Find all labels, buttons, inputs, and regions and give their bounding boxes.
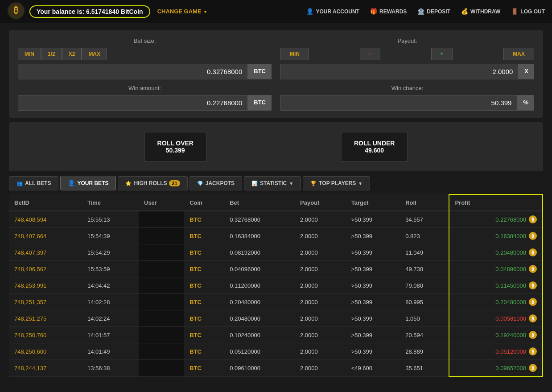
rewards-nav[interactable]: REWARDS (370, 8, 407, 15)
cell-payout: 2.0000 (295, 343, 346, 360)
cell-roll: 49.730 (400, 261, 449, 277)
tabs-row: ALL BETS YOUR BETS HIGH ROLLS 21 JACKPOT… (9, 176, 543, 190)
cell-payout: 2.0000 (295, 228, 346, 244)
table-row: 748,253,991 14:04:42 BTC 0.11200000 2.00… (9, 277, 543, 294)
roll-over-button[interactable]: ROLL OVER 50.399 (144, 132, 207, 162)
bank-icon (417, 8, 424, 15)
cell-bet: 0.20480000 (224, 310, 295, 327)
your-account-nav[interactable]: YOUR ACCOUNT (306, 8, 359, 15)
payout-min-button[interactable]: MIN (280, 48, 309, 60)
cell-betid[interactable]: 748,407,397 (9, 244, 82, 261)
tab-high-rolls[interactable]: HIGH ROLLS 21 (118, 176, 187, 190)
tab-jackpots[interactable]: JACKPOTS (189, 176, 242, 190)
cell-user (139, 261, 184, 277)
high-rolls-badge: 21 (169, 180, 180, 186)
cell-profit: 0.20480000 ₿ (449, 244, 543, 261)
cell-coin: BTC (184, 294, 224, 310)
balance-display: Your balance is: 6.51741840 BitCoin (29, 5, 150, 18)
payout-plus-button[interactable]: + (431, 48, 453, 60)
cell-target: >50.399 (346, 261, 400, 277)
cell-profit: -0.00581000 ₿ (449, 310, 543, 327)
cell-bet: 0.04096000 (224, 261, 295, 277)
tab-statistic[interactable]: STATISTIC (244, 176, 301, 190)
cell-payout: 2.0000 (295, 310, 346, 327)
cell-betid[interactable]: 748,253,991 (9, 277, 82, 294)
roll-under-button[interactable]: ROLL UNDER 49.600 (341, 132, 408, 162)
bet-min-button[interactable]: MIN (18, 48, 41, 60)
col-time: Time (82, 194, 139, 211)
win-chance-input[interactable] (280, 95, 517, 111)
header: ₿ Your balance is: 6.51741840 BitCoin CH… (0, 0, 552, 23)
tab-top-players[interactable]: TOP PLAYERS (303, 176, 370, 190)
payout-input[interactable] (280, 64, 519, 79)
payout-minus-button[interactable]: - (360, 48, 380, 60)
btc-coin-icon: ₿ (529, 364, 537, 372)
col-target: Target (346, 194, 400, 211)
cell-payout: 2.0000 (295, 294, 346, 310)
change-game-button[interactable]: CHANGE GAME (157, 8, 208, 15)
payout-col: Payout: MIN - + MAX X (280, 37, 534, 79)
bet-size-input-row: BTC (18, 64, 272, 79)
payout-input-row: X (280, 64, 534, 79)
cell-betid[interactable]: 748,251,357 (9, 294, 82, 310)
cell-time: 15:55:13 (82, 211, 139, 228)
table-row: 748,408,594 15:55:13 BTC 0.32768000 2.00… (9, 211, 543, 228)
cell-coin: BTC (184, 277, 224, 294)
cell-betid[interactable]: 748,251,275 (9, 310, 82, 327)
cell-time: 14:01:57 (82, 327, 139, 343)
cell-profit: 0.04896000 ₿ (449, 261, 543, 277)
cell-user (139, 360, 184, 377)
payout-controls: MIN - + MAX (280, 48, 534, 60)
btc-coin-icon: ₿ (529, 215, 537, 223)
col-user: User (139, 194, 184, 211)
cell-profit: 0.22768000 ₿ (449, 211, 543, 228)
cell-betid[interactable]: 748,407,664 (9, 228, 82, 244)
cell-target: >50.399 (346, 310, 400, 327)
chart-icon (251, 180, 258, 186)
cell-betid[interactable]: 748,244,137 (9, 360, 82, 377)
diamond-icon (197, 180, 203, 186)
withdraw-nav[interactable]: WITHDRAW (461, 8, 500, 15)
cell-payout: 2.0000 (295, 327, 346, 343)
bet-row2: Win amount: BTC Win chance: % (18, 85, 534, 111)
bet-double-button[interactable]: X2 (62, 48, 82, 60)
cell-user (139, 211, 184, 228)
cell-roll: 34.557 (400, 211, 449, 228)
cell-time: 14:02:28 (82, 294, 139, 310)
col-payout: Payout (295, 194, 346, 211)
cell-user (139, 327, 184, 343)
table-row: 748,250,600 14:01:49 BTC 0.05120000 2.00… (9, 343, 543, 360)
btc-coin-icon: ₿ (529, 314, 537, 322)
cell-betid[interactable]: 748,408,594 (9, 211, 82, 228)
cell-bet: 0.20480000 (224, 294, 295, 310)
cell-bet: 0.32768000 (224, 211, 295, 228)
col-profit: Profit (449, 194, 543, 211)
cell-time: 15:53:59 (82, 261, 139, 277)
cell-betid[interactable]: 748,250,600 (9, 343, 82, 360)
user-icon (306, 8, 313, 15)
win-chance-label: Win chance: (280, 85, 534, 91)
payout-max-button[interactable]: MAX (503, 48, 534, 60)
cell-coin: BTC (184, 211, 224, 228)
cell-user (139, 277, 184, 294)
logout-nav[interactable]: LOG OUT (511, 8, 545, 15)
deposit-nav[interactable]: DEPOSIT (417, 8, 450, 15)
bet-size-label: Bet size: (18, 37, 272, 44)
cell-time: 15:54:29 (82, 244, 139, 261)
win-amount-col: Win amount: BTC (18, 85, 272, 111)
col-bet: Bet (224, 194, 295, 211)
cell-payout: 2.0000 (295, 261, 346, 277)
cell-profit: -0.05120000 ₿ (449, 343, 543, 360)
cell-coin: BTC (184, 244, 224, 261)
tab-all-bets[interactable]: ALL BETS (9, 176, 58, 190)
bet-size-input[interactable] (18, 64, 248, 79)
cell-profit: 0.20480000 ₿ (449, 294, 543, 310)
cell-user (139, 244, 184, 261)
cell-coin: BTC (184, 228, 224, 244)
bet-max-button[interactable]: MAX (82, 48, 107, 60)
win-amount-input[interactable] (18, 95, 248, 111)
tab-your-bets[interactable]: YOUR BETS (60, 176, 116, 190)
cell-betid[interactable]: 748,250,760 (9, 327, 82, 343)
cell-betid[interactable]: 748,406,562 (9, 261, 82, 277)
bet-half-button[interactable]: 1/2 (41, 48, 62, 60)
